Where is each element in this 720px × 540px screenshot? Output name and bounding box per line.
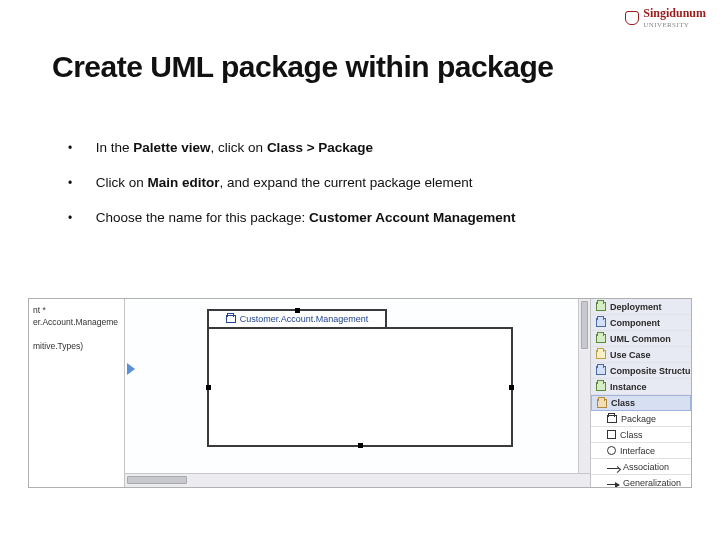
- bullet-item: In the Palette view, click on Class > Pa…: [68, 140, 515, 155]
- palette-drawer-instance[interactable]: Instance: [591, 379, 691, 395]
- folder-icon: [596, 318, 606, 327]
- expand-handle-icon[interactable]: [127, 363, 135, 375]
- scrollbar-thumb[interactable]: [581, 301, 588, 349]
- bullet-item: Click on Main editor, and expand the cur…: [68, 175, 515, 190]
- editor-screenshot: nt * er.Account.Manageme mitive.Types) C…: [28, 298, 692, 488]
- palette-drawer-class[interactable]: Class: [591, 395, 691, 411]
- tree-item[interactable]: mitive.Types): [33, 341, 120, 351]
- brand-name: Singidunum: [643, 6, 706, 20]
- folder-icon: [596, 350, 606, 359]
- brand-logo: Singidunum UNIVERSITY: [625, 6, 706, 29]
- bullet-list: In the Palette view, click on Class > Pa…: [68, 140, 515, 245]
- tree-item[interactable]: nt *: [33, 305, 120, 315]
- tree-item[interactable]: er.Account.Manageme: [33, 317, 120, 327]
- palette-item-association[interactable]: Association: [591, 459, 691, 475]
- palette-drawer-uml-common[interactable]: UML Common: [591, 331, 691, 347]
- palette-item-class[interactable]: Class: [591, 427, 691, 443]
- interface-icon: [607, 446, 616, 455]
- resize-handle-icon[interactable]: [206, 385, 211, 390]
- folder-icon: [596, 334, 606, 343]
- scrollbar-thumb[interactable]: [127, 476, 187, 484]
- horizontal-scrollbar[interactable]: [125, 473, 590, 487]
- resize-handle-icon[interactable]: [509, 385, 514, 390]
- palette-drawer-component[interactable]: Component: [591, 315, 691, 331]
- diagram-canvas[interactable]: Customer.Account.Management: [125, 299, 591, 487]
- generalization-icon: [607, 484, 619, 485]
- palette-panel[interactable]: Deployment Component UML Common Use Case…: [591, 299, 691, 487]
- uml-package-element[interactable]: Customer.Account.Management: [207, 309, 513, 447]
- palette-drawer-use-case[interactable]: Use Case: [591, 347, 691, 363]
- uml-package-name[interactable]: Customer.Account.Management: [240, 314, 369, 324]
- brand-crest-icon: [625, 11, 639, 25]
- brand-sub: UNIVERSITY: [643, 21, 706, 29]
- palette-item-package[interactable]: Package: [591, 411, 691, 427]
- package-icon: [607, 415, 617, 423]
- palette-item-interface[interactable]: Interface: [591, 443, 691, 459]
- palette-item-generalization[interactable]: Generalization: [591, 475, 691, 488]
- folder-icon: [596, 302, 606, 311]
- folder-icon: [596, 382, 606, 391]
- slide-title: Create UML package within package: [52, 50, 553, 84]
- folder-icon: [596, 366, 606, 375]
- package-icon: [226, 315, 236, 323]
- class-icon: [607, 430, 616, 439]
- palette-drawer-deployment[interactable]: Deployment: [591, 299, 691, 315]
- palette-drawer-composite-structure[interactable]: Composite Structure: [591, 363, 691, 379]
- bullet-item: Choose the name for this package: Custom…: [68, 210, 515, 225]
- resize-handle-icon[interactable]: [295, 308, 300, 313]
- project-explorer-panel[interactable]: nt * er.Account.Manageme mitive.Types): [29, 299, 125, 487]
- folder-icon: [597, 399, 607, 408]
- resize-handle-icon[interactable]: [358, 443, 363, 448]
- vertical-scrollbar[interactable]: [578, 299, 590, 473]
- association-icon: [607, 468, 619, 469]
- uml-package-tab[interactable]: Customer.Account.Management: [207, 309, 387, 327]
- uml-package-body[interactable]: [207, 327, 513, 447]
